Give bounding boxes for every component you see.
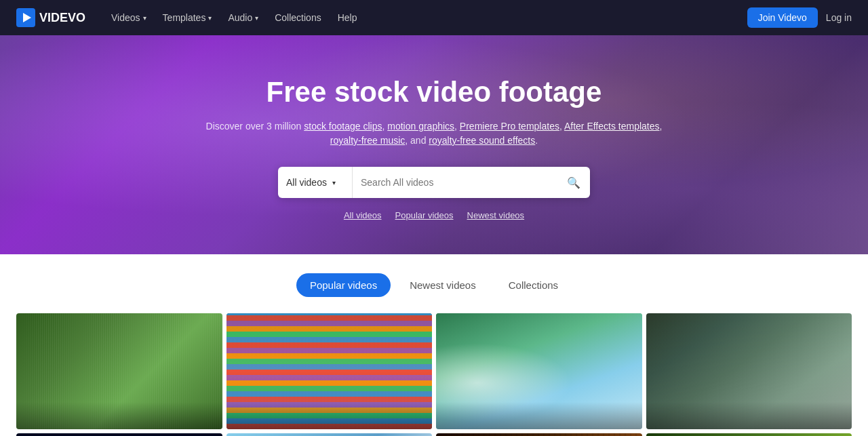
tab-popular-videos[interactable]: Popular videos — [296, 273, 391, 297]
hero-title: Free stock video footage — [267, 76, 602, 108]
filter-newest-videos[interactable]: Newest videos — [467, 210, 525, 220]
link-motion-graphics[interactable]: motion graphics — [387, 121, 454, 132]
nav-audio[interactable]: Audio ▾ — [221, 8, 265, 27]
search-button[interactable]: 🔍 — [557, 167, 590, 198]
video-thumb-5[interactable] — [16, 433, 222, 436]
search-bar: All videos ▾ 🔍 — [278, 167, 590, 198]
navbar: VIDEVO Videos ▾ Templates ▾ Audio ▾ Coll… — [0, 0, 868, 35]
video-thumb-6[interactable] — [226, 433, 433, 436]
search-type-label: All videos — [286, 177, 327, 188]
nav-links: Videos ▾ Templates ▾ Audio ▾ Collections… — [104, 8, 747, 27]
nav-collections[interactable]: Collections — [268, 8, 328, 27]
link-ae-templates[interactable]: After Effects templates — [564, 121, 660, 132]
nav-videos[interactable]: Videos ▾ — [104, 8, 153, 27]
search-type-dropdown[interactable]: All videos ▾ — [278, 167, 353, 198]
link-stock-footage[interactable]: stock footage clips — [304, 121, 382, 132]
chevron-down-icon: ▾ — [255, 14, 258, 22]
video-thumb-1[interactable] — [16, 313, 222, 429]
chevron-down-icon: ▾ — [208, 14, 212, 22]
video-grid — [16, 313, 852, 436]
login-button[interactable]: Log in — [826, 12, 852, 23]
nav-actions: Join Videvo Log in — [747, 7, 852, 28]
content-section: Popular videos Newest videos Collections — [0, 254, 868, 436]
video-thumb-4[interactable] — [646, 313, 852, 429]
video-thumb-8[interactable] — [646, 433, 852, 436]
filter-popular-videos[interactable]: Popular videos — [395, 210, 454, 220]
nav-help[interactable]: Help — [331, 8, 364, 27]
video-thumb-2[interactable] — [226, 313, 433, 429]
video-thumb-7[interactable] — [436, 433, 642, 436]
tab-newest-videos[interactable]: Newest videos — [396, 273, 490, 297]
logo-text: VIDEVO — [39, 11, 85, 25]
hero-subtitle: Discover over 3 million stock footage cl… — [197, 119, 671, 148]
filter-all-videos[interactable]: All videos — [344, 210, 382, 220]
nav-templates[interactable]: Templates ▾ — [156, 8, 219, 27]
chevron-down-icon: ▾ — [143, 14, 146, 22]
link-premiere-templates[interactable]: Premiere Pro templates — [460, 121, 559, 132]
tab-collections[interactable]: Collections — [495, 273, 572, 297]
chevron-down-icon: ▾ — [332, 179, 336, 186]
search-input[interactable] — [353, 167, 557, 198]
content-tabs: Popular videos Newest videos Collections — [16, 273, 852, 297]
join-button[interactable]: Join Videvo — [747, 7, 818, 28]
link-sound-effects[interactable]: royalty-free sound effects — [429, 135, 535, 146]
hero-section: Free stock video footage Discover over 3… — [0, 35, 868, 254]
video-thumb-3[interactable] — [436, 313, 642, 429]
link-royalty-music[interactable]: royalty-free music — [330, 135, 405, 146]
search-filter-links: All videos Popular videos Newest videos — [344, 210, 524, 220]
site-logo[interactable]: VIDEVO — [16, 8, 85, 27]
search-icon: 🔍 — [567, 176, 580, 189]
